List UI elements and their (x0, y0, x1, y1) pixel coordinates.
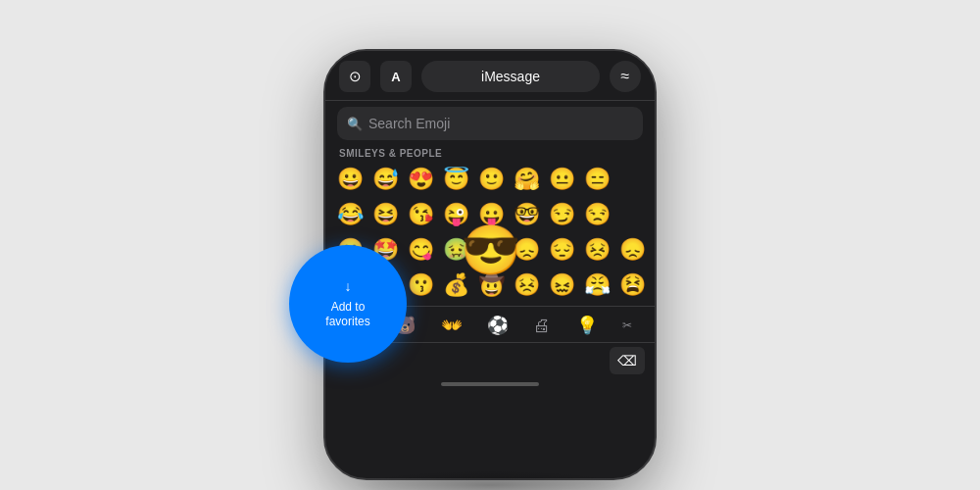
camera-icon: ⊙ (349, 68, 362, 85)
list-item[interactable]: 😏 (545, 198, 578, 231)
list-item[interactable]: 😇 (439, 163, 472, 196)
imessage-label: iMessage (481, 69, 540, 84)
audio-icon: ≈ (621, 68, 630, 85)
list-item[interactable]: 😫 (615, 269, 649, 302)
list-item[interactable]: 😅 (368, 163, 402, 196)
list-item[interactable]: 😗 (404, 269, 437, 302)
search-placeholder: Search Emoji (368, 116, 450, 131)
list-item[interactable]: 😍 (404, 163, 437, 196)
add-favorites-label: Add to favorites (325, 300, 369, 330)
list-item[interactable]: 😑 (580, 163, 613, 196)
delete-button[interactable]: ⌫ (610, 347, 645, 374)
emoji-search-bar[interactable]: 🔍 Search Emoji (337, 107, 643, 140)
list-item[interactable]: 😐 (545, 163, 578, 196)
category-label: SMILEYS & PEOPLE (325, 146, 655, 163)
add-to-favorites-bubble[interactable]: ↓ Add to favorites (289, 245, 407, 363)
list-item[interactable]: 😣 (580, 233, 613, 267)
delete-icon: ⌫ (617, 353, 637, 368)
search-icon: 🔍 (347, 117, 363, 131)
list-item[interactable] (615, 198, 649, 231)
camera-button[interactable]: ⊙ (339, 61, 370, 92)
phone-wrapper: ⊙ A iMessage ≈ 🔍 Search Emoji SMILEYS & … (309, 10, 671, 480)
sports-category-icon[interactable]: ⚽ (483, 313, 513, 338)
arrow-down-icon: ↓ (345, 277, 352, 295)
list-item[interactable]: 😒 (580, 198, 613, 231)
list-item[interactable]: 🙂 (474, 163, 508, 196)
list-item[interactable]: 😀 (333, 163, 367, 196)
list-item[interactable]: 😤 (580, 269, 613, 302)
list-item[interactable]: 😖 (545, 269, 578, 302)
list-item[interactable]: 😂 (333, 198, 367, 231)
list-item[interactable] (615, 163, 649, 196)
featured-emoji[interactable]: 😎 (469, 228, 513, 271)
list-item[interactable]: 😆 (368, 198, 402, 231)
list-item[interactable]: 😔 (545, 233, 578, 267)
list-item[interactable]: 🤗 (510, 163, 543, 196)
objects-category-icon[interactable]: 🖨 (529, 314, 555, 338)
list-item[interactable]: 😘 (404, 198, 437, 231)
top-bar: ⊙ A iMessage ≈ (325, 51, 655, 100)
list-item[interactable]: 😞 (615, 233, 649, 267)
flags-category-icon[interactable]: ✂ (618, 317, 636, 334)
list-item[interactable]: 😋 (404, 233, 437, 267)
app-store-icon: A (391, 70, 400, 84)
imessage-input[interactable]: iMessage (421, 61, 600, 92)
gestures-category-icon[interactable]: 👐 (437, 313, 466, 338)
top-bar-icons: ⊙ A (339, 61, 412, 92)
symbols-category-icon[interactable]: 💡 (572, 313, 602, 338)
home-indicator (441, 382, 539, 386)
app-store-button[interactable]: A (380, 61, 412, 92)
audio-button[interactable]: ≈ (610, 61, 641, 92)
